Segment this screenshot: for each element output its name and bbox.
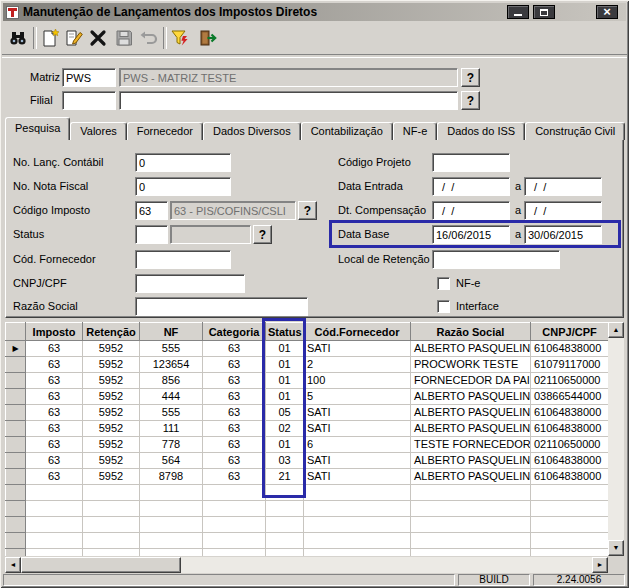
minimize-button[interactable] [507, 5, 529, 19]
cell[interactable]: 63 [26, 469, 83, 485]
row-selector[interactable] [6, 357, 26, 373]
cell[interactable]: 6 [304, 437, 411, 453]
scroll-down-button[interactable]: ▼ [608, 540, 624, 556]
cell[interactable]: 63 [26, 405, 83, 421]
cell[interactable]: 5952 [83, 453, 140, 469]
table-row[interactable]: ▶6359525556301SATIALBERTO PASQUELIN61064… [6, 341, 609, 357]
table-row[interactable]: 63595287986321SATIALBERTO PASQUELIN61064… [6, 469, 609, 485]
tab-dados-diversos[interactable]: Dados Diversos [203, 122, 301, 140]
filial-code-input[interactable] [62, 91, 116, 110]
row-selector[interactable] [6, 373, 26, 389]
status-lookup-button[interactable]: ? [253, 225, 272, 244]
codigo-projeto-input[interactable] [432, 153, 510, 172]
data-entrada-from-input[interactable] [432, 177, 510, 196]
cell[interactable]: SATI [304, 421, 411, 437]
cell[interactable]: 778 [140, 437, 203, 453]
cell[interactable]: 63 [203, 341, 266, 357]
cell[interactable]: 63 [26, 389, 83, 405]
cell[interactable]: 5952 [83, 437, 140, 453]
column-header[interactable]: Imposto [26, 323, 83, 341]
horizontal-scroll-thumb[interactable] [21, 557, 181, 573]
cell[interactable]: 63 [26, 421, 83, 437]
cell[interactable]: 8798 [140, 469, 203, 485]
undo-button[interactable] [137, 26, 161, 50]
table-row[interactable]: 63595244463015ALBERTO PASQUELIN038665440… [6, 389, 609, 405]
scroll-left-button[interactable]: ◄ [5, 557, 21, 573]
tab-nf-e[interactable]: NF-e [393, 122, 437, 140]
cell[interactable]: 61064838000 [531, 453, 609, 469]
table-row[interactable]: 63595277863016TESTE FORNECEDOR0211065000… [6, 437, 609, 453]
filial-lookup-button[interactable]: ? [461, 91, 480, 110]
cell[interactable]: 5 [304, 389, 411, 405]
row-selector[interactable] [6, 437, 26, 453]
cell[interactable]: 63 [203, 453, 266, 469]
cell[interactable]: SATI [304, 341, 411, 357]
cell[interactable]: 856 [140, 373, 203, 389]
cell[interactable]: 63 [26, 373, 83, 389]
cell[interactable]: 63 [203, 437, 266, 453]
cell[interactable]: 123654 [140, 357, 203, 373]
row-selector[interactable] [6, 389, 26, 405]
cell[interactable]: 63 [26, 357, 83, 373]
maximize-button[interactable] [533, 5, 555, 19]
table-row[interactable]: 6359525646303SATIALBERTO PASQUELIN610648… [6, 453, 609, 469]
cell[interactable]: 63 [203, 469, 266, 485]
column-header[interactable]: Status [266, 323, 304, 341]
tab-constru-o-civil[interactable]: Construção Civil [525, 122, 625, 140]
scroll-right-button[interactable]: ► [592, 557, 608, 573]
cell[interactable]: 111 [140, 421, 203, 437]
razao-social-input[interactable] [135, 297, 308, 316]
filial-description-input[interactable] [119, 91, 458, 110]
cell[interactable]: PROCWORK TESTE [411, 357, 531, 373]
codigo-imposto-lookup-button[interactable]: ? [298, 201, 317, 220]
column-header[interactable]: CNPJ/CPF [531, 323, 609, 341]
matriz-code-input[interactable] [62, 68, 116, 87]
cell[interactable]: 03866544000 [531, 389, 609, 405]
cell[interactable]: 63 [203, 421, 266, 437]
table-row[interactable]: 6359525556305SATIALBERTO PASQUELIN610648… [6, 405, 609, 421]
cell[interactable]: ALBERTO PASQUELIN [411, 453, 531, 469]
cell[interactable]: 63 [203, 389, 266, 405]
cell[interactable]: 63 [203, 373, 266, 389]
table-row[interactable]: 6359521116302SATIALBERTO PASQUELIN610648… [6, 421, 609, 437]
cell[interactable]: SATI [304, 405, 411, 421]
nota-fiscal-input[interactable] [135, 177, 231, 196]
edit-button[interactable] [62, 26, 86, 50]
cell[interactable]: 02 [266, 421, 304, 437]
codigo-imposto-input[interactable] [135, 201, 168, 220]
cell[interactable]: 5952 [83, 341, 140, 357]
filter-button[interactable] [168, 26, 192, 50]
lanc-contabil-input[interactable] [135, 153, 231, 172]
scroll-up-button[interactable]: ▲ [608, 322, 624, 338]
data-entrada-to-input[interactable] [524, 177, 602, 196]
table-row[interactable]: 6359528566301100FORNECEDOR DA PAI0211065… [6, 373, 609, 389]
cell[interactable]: ALBERTO PASQUELIN [411, 405, 531, 421]
cell[interactable]: 63 [26, 453, 83, 469]
cell[interactable]: 02110650000 [531, 373, 609, 389]
tab-contabiliza-o[interactable]: Contabilização [301, 122, 393, 140]
cell[interactable]: 61064838000 [531, 469, 609, 485]
table-row[interactable]: 63595212365463012PROCWORK TESTE610791170… [6, 357, 609, 373]
cell[interactable]: 61079117000 [531, 357, 609, 373]
cell[interactable]: 5952 [83, 389, 140, 405]
cell[interactable]: ALBERTO PASQUELIN [411, 341, 531, 357]
cell[interactable]: 63 [203, 405, 266, 421]
cell[interactable]: SATI [304, 469, 411, 485]
column-header[interactable]: Retenção [83, 323, 140, 341]
row-selector[interactable] [6, 405, 26, 421]
cod-fornecedor-input[interactable] [135, 250, 231, 269]
cell[interactable]: 01 [266, 389, 304, 405]
nfe-checkbox[interactable] [437, 277, 450, 290]
current-row-indicator[interactable]: ▶ [6, 341, 26, 357]
cnpj-cpf-input[interactable] [135, 274, 245, 293]
row-selector[interactable] [6, 421, 26, 437]
column-header[interactable]: Cód.Fornecedor [304, 323, 411, 341]
cell[interactable]: 564 [140, 453, 203, 469]
tab-pesquisa[interactable]: Pesquisa [5, 117, 70, 140]
tab-valores[interactable]: Valores [70, 122, 126, 140]
cell[interactable]: 61064838000 [531, 421, 609, 437]
cell[interactable]: 5952 [83, 405, 140, 421]
row-selector[interactable] [6, 469, 26, 485]
data-base-to-input[interactable] [524, 225, 602, 244]
status-input[interactable] [135, 225, 168, 244]
